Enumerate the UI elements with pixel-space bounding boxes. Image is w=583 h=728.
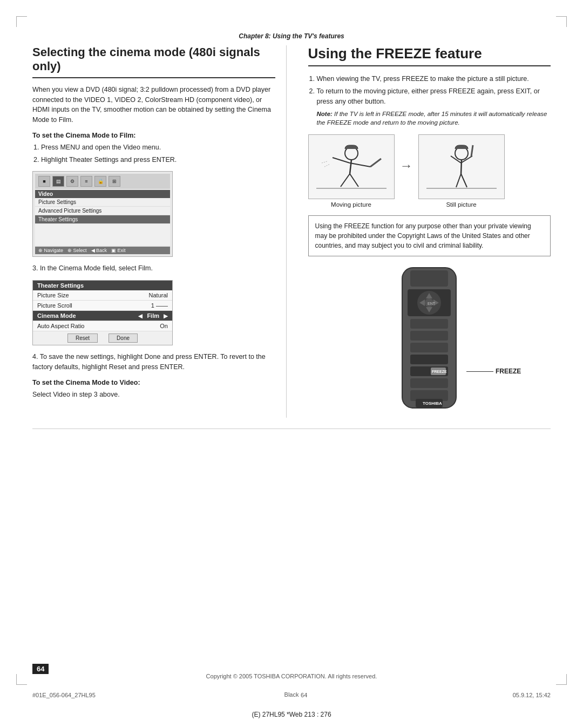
still-picture-svg <box>421 137 502 196</box>
theater-row-picture-size: Picture Size Natural <box>33 290 172 301</box>
moving-picture-svg <box>311 137 392 196</box>
still-picture-item: Still picture <box>418 134 505 208</box>
menu-video-label: Video <box>35 190 170 198</box>
row-label-picture-scroll: Picture Scroll <box>37 302 72 309</box>
web-line: (E) 27HL95 *Web 213 : 276 <box>0 711 583 718</box>
menu-icon-5: 🔒 <box>94 176 106 187</box>
remote-svg: ENT FREEZE <box>381 265 478 416</box>
menu-nav-bar: ⊕ Navigate ⊕ Select ◀ Back ▣ Exit <box>35 247 170 254</box>
svg-text:FREEZE: FREEZE <box>432 370 447 373</box>
note-bold-label: Note: <box>317 111 333 117</box>
svg-text:TOSHIBA: TOSHIBA <box>423 401 442 406</box>
svg-line-17 <box>471 145 473 157</box>
menu-item-advanced-settings: Advanced Picture Settings <box>35 207 170 215</box>
svg-line-9 <box>322 161 327 163</box>
film-step-1: Press MENU and open the Video menu. <box>41 142 275 153</box>
video-heading: To set the Cinema Mode to Video: <box>32 379 275 386</box>
right-section-title: Using the FREEZE feature <box>308 45 551 66</box>
freeze-step-1: When viewing the TV, press FREEZE to mak… <box>317 74 551 84</box>
film-step-2: Highlight Theater Settings and press ENT… <box>41 155 275 165</box>
freeze-button-label: FREEZE <box>496 368 521 375</box>
row-label-cinema-mode: Cinema Mode <box>37 312 76 319</box>
svg-rect-31 <box>410 355 448 364</box>
notice-text: Using the FREEZE function for any purpos… <box>315 222 531 249</box>
svg-line-4 <box>350 174 358 187</box>
freeze-step-2: To return to the moving picture, either … <box>317 86 551 127</box>
freeze-label-area: FREEZE <box>466 368 521 375</box>
done-button[interactable]: Done <box>109 334 138 343</box>
svg-line-14 <box>461 174 467 187</box>
page-number: 64 <box>37 665 44 673</box>
bottom-right: 05.9.12, 15:42 <box>513 692 551 698</box>
svg-line-12 <box>461 160 462 174</box>
still-picture-label: Still picture <box>446 201 476 208</box>
theater-row-auto-aspect: Auto Aspect Ratio On <box>33 321 172 331</box>
freeze-steps-list: When viewing the TV, press FREEZE to mak… <box>317 74 551 127</box>
cinema-arrow-right: ▶ <box>164 313 168 319</box>
arrow-between: → <box>400 158 413 173</box>
svg-rect-29 <box>410 331 448 341</box>
corner-mark-tr <box>556 16 567 27</box>
nav-exit: ▣ Exit <box>111 248 126 253</box>
svg-line-13 <box>456 174 461 187</box>
nav-back: ◀ Back <box>91 248 107 253</box>
black-label: Black <box>284 691 299 698</box>
page-container: Chapter 8: Using the TV's features Selec… <box>0 0 583 728</box>
row-label-picture-size: Picture Size <box>37 292 69 298</box>
right-column: Using the FREEZE feature When viewing th… <box>303 45 551 418</box>
intro-text: When you view a DVD (480i signal; 3:2 pu… <box>32 85 275 125</box>
svg-line-7 <box>370 159 381 167</box>
menu-icon-4: ≡ <box>80 176 92 187</box>
menu-item-picture-settings: Picture Settings <box>35 198 170 207</box>
footer-divider <box>32 428 551 429</box>
reset-button[interactable]: Reset <box>67 334 98 343</box>
menu-empty-area <box>35 224 170 246</box>
bottom-left: #01E_056-064_27HL95 <box>32 692 96 698</box>
step3-text: 3. In the Cinema Mode field, select Film… <box>32 263 275 274</box>
svg-text:ENT: ENT <box>428 302 436 305</box>
picture-area: Moving picture → <box>308 134 551 208</box>
left-column: Selecting the cinema mode (480i signals … <box>32 45 287 418</box>
svg-rect-28 <box>410 319 448 329</box>
web-line-text: (E) 27HL95 *Web 213 : 276 <box>252 711 331 718</box>
nav-select: ⊕ Select <box>67 248 87 253</box>
svg-line-3 <box>341 174 350 187</box>
svg-rect-19 <box>410 270 448 287</box>
cinema-row-right: ◀ Film ▶ <box>138 312 168 319</box>
moving-picture-item: Moving picture <box>308 134 395 208</box>
row-label-auto-aspect: Auto Aspect Ratio <box>37 323 84 329</box>
svg-line-8 <box>324 164 330 167</box>
copyright-text: Copyright © 2005 TOSHIBA CORPORATION. Al… <box>206 673 377 679</box>
freeze-line <box>466 371 493 372</box>
film-heading: To set the Cinema Mode to Film: <box>32 132 275 139</box>
left-section-title: Selecting the cinema mode (480i signals … <box>32 45 275 78</box>
footer-copyright: Copyright © 2005 TOSHIBA CORPORATION. Al… <box>0 673 583 679</box>
menu-icon-2: ▤ <box>52 176 64 187</box>
row-value-cinema-mode: Film <box>147 312 159 319</box>
theater-settings-table: Theater Settings Picture Size Natural Pi… <box>32 280 173 345</box>
theater-buttons-row: Reset Done <box>33 331 172 345</box>
moving-picture-label: Moving picture <box>331 201 371 208</box>
svg-rect-30 <box>410 343 448 352</box>
svg-line-6 <box>350 163 370 167</box>
chapter-header: Chapter 8: Using the TV's features <box>0 0 583 45</box>
menu-icon-6: ⊞ <box>109 176 120 187</box>
remote-area: ENT FREEZE <box>308 265 551 418</box>
note-text: Note: If the TV is left in FREEZE mode, … <box>317 110 551 127</box>
row-value-auto-aspect: On <box>160 323 168 329</box>
film-steps-list: Press MENU and open the Video menu. High… <box>41 142 275 165</box>
menu-icon-3: ⚙ <box>66 176 78 187</box>
notice-box: Using the FREEZE function for any purpos… <box>308 215 551 256</box>
theater-row-cinema-mode: Cinema Mode ◀ Film ▶ <box>33 311 172 321</box>
menu-item-theater-settings: Theater Settings <box>35 215 170 224</box>
theater-table-header: Theater Settings <box>33 281 172 290</box>
row-value-picture-scroll: 1 —— <box>151 302 168 309</box>
cinema-arrow-left: ◀ <box>138 313 143 319</box>
menu-mockup: ■ ▤ ⚙ ≡ 🔒 ⊞ Video Picture Settings Advan… <box>32 171 173 257</box>
chapter-label: Chapter 8: Using the TV's features <box>239 32 344 40</box>
remote-wrapper: ENT FREEZE <box>381 265 478 418</box>
content-area: Selecting the cinema mode (480i signals … <box>0 45 583 418</box>
moving-picture-box <box>308 134 395 199</box>
svg-line-2 <box>350 160 351 174</box>
video-text: Select Video in step 3 above. <box>32 390 275 400</box>
